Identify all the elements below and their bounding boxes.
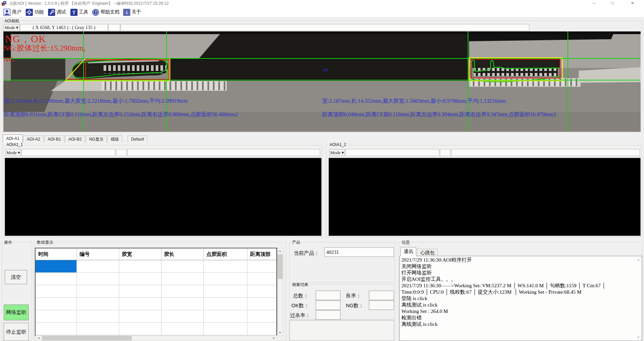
camera-mode-box-3 [120,24,529,31]
table-cell[interactable] [247,285,276,298]
ok-count-label: OK数： [291,302,309,309]
table-cell[interactable] [119,285,161,298]
menu-function[interactable]: 功能 [26,8,44,16]
table-cell[interactable] [204,310,247,323]
viewport-right-mode-dropdown[interactable]: Mode ▾ [329,149,345,156]
table-cell[interactable] [77,310,119,323]
table-cell[interactable] [77,323,119,335]
table-cell[interactable] [119,260,161,273]
title-bar: 点胶AOI [ Version : 1.0.0.9 ] 程序 【当前用户: En… [0,0,644,7]
close-button[interactable]: ✕ [625,0,640,7]
table-hscroll-left-icon[interactable]: ◄ [36,336,41,341]
table-cell[interactable] [204,273,247,285]
network-listen-button[interactable]: 网络监听 [4,305,29,320]
table-cell[interactable] [161,310,204,323]
table-cell[interactable] [161,260,204,273]
info-group-label: 信息 [401,240,411,245]
table-cell[interactable] [119,323,161,335]
window-title: 点胶AOI [ Version : 1.0.0.9 ] 程序 【当前用户: En… [9,0,169,7]
table-cell[interactable] [36,310,77,323]
menu-about-label: 关于 [132,9,141,15]
ok-label-text: OK [322,67,329,73]
table-vscroll-down-icon[interactable]: ▼ [277,330,283,335]
viewport-image-left [5,158,321,236]
about-icon: i [123,9,130,16]
table-cell[interactable] [36,298,77,310]
ng-reason-text: NG:胶体过长:15.290mm, [3,43,86,53]
table-hscroll-right-icon[interactable]: ► [271,336,276,341]
table-cell[interactable] [247,298,276,310]
table-cell[interactable] [77,298,119,310]
log-scroll-down-icon[interactable]: ▼ [637,335,640,339]
log-area[interactable]: 2021/7/29 11:36:30:AOI程序打开关闭网络监听打开网络监听开启… [399,256,642,341]
tab-aoi-b2[interactable]: AOI-B2 [65,136,85,143]
table-vscrollbar[interactable]: ▲ ▼ [277,248,283,336]
tab-aoi-a2[interactable]: AOI-A2 [23,136,43,143]
table-cell[interactable] [247,310,276,323]
table-vscroll-up-icon[interactable]: ▲ [277,248,283,253]
yield-value-box [369,291,394,300]
column-header[interactable]: 距离顶部 [247,248,276,260]
viewport-left-mode-dropdown[interactable]: Mode ▾ [5,149,21,156]
table-cell[interactable] [119,273,161,285]
table-cell[interactable] [161,273,204,285]
table-cell[interactable] [119,298,161,310]
clear-button[interactable]: 清空 [5,270,27,284]
tab-ng-display[interactable]: NG显示 [86,136,107,143]
table-cell[interactable] [77,273,119,285]
data-display-group-label: 数据显示 [36,240,54,245]
table-hscroll-thumb[interactable] [42,336,132,340]
tab-aoi-b1[interactable]: AOI-B1 [44,136,64,143]
table-cell[interactable] [204,285,247,298]
menu-tools[interactable]: T 工具 [70,8,88,16]
ng-label-text: NG [3,55,14,64]
menu-help[interactable]: ? 帮助文档 [92,8,119,16]
camera-mode-dropdown[interactable]: Mode ▾ [3,24,20,31]
table-vscroll-thumb[interactable] [278,254,283,279]
tab-template[interactable]: 模版 [107,136,122,143]
table-cell[interactable] [36,273,77,285]
table-cell[interactable] [204,260,247,273]
camera-view[interactable]: NG，OK NG:胶体过长:15.290mm, NG OK 宽:2.215mm,… [3,31,641,132]
yield-label: 良率： [346,293,361,299]
table-cell[interactable] [36,323,77,335]
table-cell[interactable] [77,285,119,298]
table-cell[interactable] [36,285,77,298]
menu-user-label: 用户 [12,9,21,15]
table-cell[interactable] [204,298,247,310]
table-cell[interactable] [247,260,276,273]
log-scroll-up-icon[interactable]: ▲ [637,258,640,262]
camera-group-label: AOI相机 [3,18,21,24]
table-cell[interactable] [247,323,276,335]
table-cell[interactable] [247,273,276,285]
menu-user[interactable]: 用户 [3,8,21,16]
tab-heartbeat[interactable]: 心跳包 [417,249,438,256]
table-cell[interactable] [161,285,204,298]
table-cell[interactable] [161,298,204,310]
tab-aoi-a1[interactable]: AOI-A1 [3,135,23,143]
minimize-button[interactable]: ─ [587,0,601,7]
column-header[interactable]: 编号 [77,248,119,260]
table-cell[interactable] [204,323,247,335]
menu-debug[interactable]: 调试 [48,8,66,16]
table-cell[interactable] [36,260,77,273]
column-header[interactable]: 胶宽 [119,248,161,260]
current-product-input[interactable] [324,247,394,257]
log-line: Time:0:0:9 │ CPU:0 │ 线程数:67 │ 提交大小:123M … [400,289,642,295]
tab-comm[interactable]: 通讯 [401,247,416,256]
table-cell[interactable] [161,323,204,335]
aoi-tab-strip: AOI-A1AOI-A2AOI-B1AOI-B2NG显示模版Default [3,135,148,143]
tab-default[interactable]: Default [128,136,147,143]
stop-listen-button[interactable]: 停止监听 [4,323,29,341]
menu-about[interactable]: i 关于 [123,8,141,16]
table-hscrollbar[interactable]: ◄ ► [36,335,277,341]
maximize-button[interactable]: □ [605,0,620,7]
column-header[interactable]: 时间 [36,248,77,260]
log-line: 2021/7/29 11:36:30——>Working Set: VM:523… [400,283,642,289]
column-header[interactable]: 点胶面积 [204,248,247,260]
column-header[interactable]: 胶长 [161,248,204,260]
log-lines: 2021/7/29 11:36:30:AOI程序打开关闭网络监听打开网络监听开启… [400,256,642,327]
table-cell[interactable] [77,260,119,273]
svg-text:?: ? [94,10,97,15]
table-cell[interactable] [119,310,161,323]
